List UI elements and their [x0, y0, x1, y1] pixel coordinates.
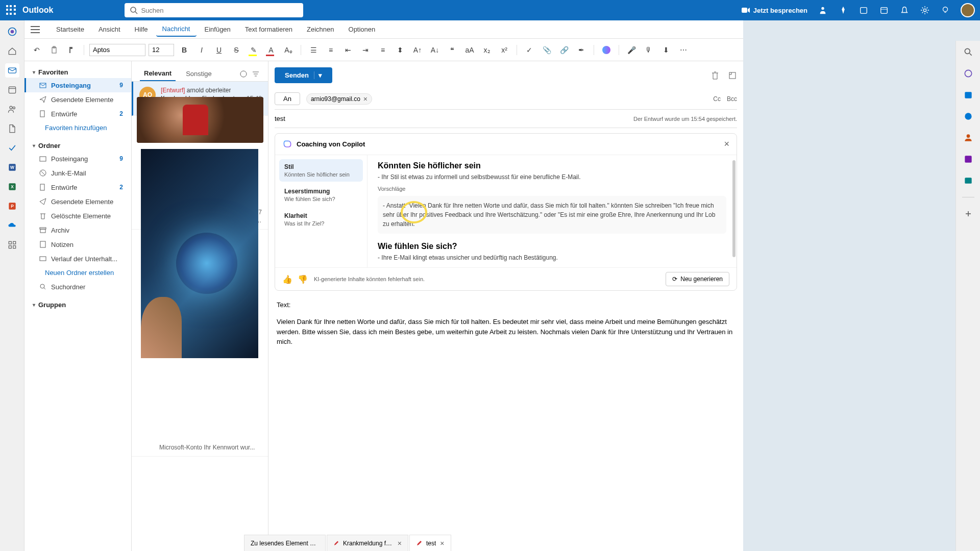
- app-launcher-icon[interactable]: [5, 4, 17, 16]
- add-addin-icon[interactable]: [961, 207, 975, 221]
- dictate-button[interactable]: 🎤: [624, 43, 639, 57]
- reading-tab-draft1[interactable]: Krankmeldung für ... ×: [327, 535, 408, 551]
- folder-archive[interactable]: Archiv: [24, 223, 131, 237]
- copilot-rail-icon-right[interactable]: [961, 66, 975, 81]
- reading-tab-select[interactable]: Zu lesendes Element ausw...: [244, 535, 326, 551]
- tab-message[interactable]: Nachricht: [156, 22, 197, 37]
- premium-icon[interactable]: [838, 5, 848, 15]
- tab-home[interactable]: Startseite: [50, 22, 90, 36]
- contacts-addin-icon[interactable]: [961, 131, 975, 145]
- more-button[interactable]: ⋯: [676, 43, 691, 57]
- new-folder-link[interactable]: Neuen Ordner erstellen: [24, 266, 131, 280]
- send-button[interactable]: Senden ▾: [275, 67, 332, 83]
- tab-focused[interactable]: Relevant: [140, 66, 176, 81]
- powerpoint-rail-icon[interactable]: P: [5, 199, 19, 213]
- superscript-button[interactable]: x²: [497, 43, 511, 57]
- folder-inbox-fav[interactable]: Posteingang9: [24, 78, 131, 92]
- search-input[interactable]: [141, 7, 298, 14]
- todo-rail-icon[interactable]: [5, 141, 19, 155]
- strikethrough-button[interactable]: S: [229, 43, 243, 57]
- excel-rail-icon[interactable]: X: [5, 180, 19, 194]
- tasks-addin-icon[interactable]: [961, 109, 975, 123]
- search-box[interactable]: [125, 3, 303, 17]
- case-button[interactable]: aA: [462, 43, 477, 57]
- bcc-button[interactable]: Bcc: [727, 95, 737, 103]
- folder-deleted[interactable]: Gelöschte Elemente: [24, 209, 131, 223]
- quote-button[interactable]: ❝: [445, 43, 459, 57]
- meet-now-button[interactable]: Jetzt besprechen: [741, 6, 807, 15]
- bold-button[interactable]: B: [177, 43, 191, 57]
- user-avatar[interactable]: [961, 3, 975, 17]
- my-day-icon[interactable]: [879, 5, 889, 15]
- folder-notes[interactable]: Notizen: [24, 237, 131, 252]
- scrollbar[interactable]: [732, 160, 736, 257]
- bookings-addin-icon[interactable]: [961, 173, 975, 188]
- decrease-indent-button[interactable]: ⇤: [341, 43, 355, 57]
- folder-conversation-history[interactable]: Verlauf der Unterhalt...: [24, 252, 131, 266]
- folder-sent[interactable]: Gesendete Elemente: [24, 194, 131, 209]
- copilot-cat-sentiment[interactable]: Leserstimmung Wie fühlen Sie sich?: [279, 184, 363, 206]
- increase-indent-button[interactable]: ⇥: [358, 43, 373, 57]
- tab-format[interactable]: Text formatieren: [239, 22, 299, 36]
- editor-button[interactable]: ✓: [522, 43, 536, 57]
- onenote-addin-icon[interactable]: [961, 152, 975, 166]
- onedrive-rail-icon[interactable]: [5, 218, 19, 233]
- highlight-button[interactable]: ✎: [247, 43, 261, 57]
- email-body[interactable]: Text: Vielen Dank für Ihre netten Worte …: [275, 291, 737, 357]
- subscript-button[interactable]: x₂: [480, 43, 494, 57]
- spacing-button[interactable]: ⬍: [393, 43, 407, 57]
- notifications-icon[interactable]: [899, 5, 910, 15]
- folder-search[interactable]: Suchordner: [24, 280, 131, 294]
- popout-icon[interactable]: [728, 71, 737, 80]
- copilot-cat-style[interactable]: Stil Könnten Sie höflicher sein: [279, 159, 363, 182]
- italic-button[interactable]: I: [194, 43, 209, 57]
- calendar-rail-icon[interactable]: [5, 83, 19, 97]
- filter-icon[interactable]: [252, 70, 260, 78]
- home-rail-icon[interactable]: [5, 44, 19, 58]
- download-button[interactable]: ⬇: [659, 43, 673, 57]
- folder-inbox[interactable]: Posteingang9: [24, 152, 131, 166]
- font-family-select[interactable]: [89, 44, 145, 56]
- clear-format-button[interactable]: Aᵩ: [281, 43, 296, 57]
- more-apps-rail-icon[interactable]: [5, 238, 19, 252]
- tab-help[interactable]: Hilfe: [129, 22, 154, 36]
- reading-tab-draft2[interactable]: test ×: [409, 535, 451, 551]
- people-rail-icon[interactable]: [5, 102, 19, 116]
- tab-view[interactable]: Ansicht: [92, 22, 127, 36]
- remove-recipient-icon[interactable]: ×: [363, 95, 368, 103]
- underline-button[interactable]: U: [212, 43, 226, 57]
- calendar-day-icon[interactable]: [859, 5, 869, 15]
- message-item[interactable]: Microsoft-Konto Ihr Kennwort wur...: [132, 439, 268, 457]
- copilot-toolbar-button[interactable]: [599, 43, 614, 57]
- tab-options[interactable]: Optionen: [342, 22, 382, 36]
- thumbs-down-icon[interactable]: 👎: [298, 274, 308, 284]
- mail-rail-icon[interactable]: [5, 63, 19, 78]
- numbering-button[interactable]: ≡: [324, 43, 338, 57]
- close-tab-icon[interactable]: ×: [440, 539, 444, 547]
- folder-drafts-fav[interactable]: Entwürfe2: [24, 107, 131, 121]
- tips-icon[interactable]: [940, 5, 950, 15]
- delete-icon[interactable]: [710, 71, 720, 80]
- regenerate-button[interactable]: ⟳ Neu generieren: [666, 272, 729, 286]
- teams-icon[interactable]: [818, 5, 828, 15]
- paste-button[interactable]: [47, 43, 61, 57]
- send-dropdown-icon[interactable]: ▾: [314, 71, 322, 79]
- format-painter-button[interactable]: [64, 43, 79, 57]
- copilot-rail-icon[interactable]: [5, 24, 19, 39]
- tab-draw[interactable]: Zeichnen: [301, 22, 340, 36]
- calendar-addin-icon[interactable]: [961, 88, 975, 102]
- body-content[interactable]: Vielen Dank für Ihre netten Worte und da…: [277, 317, 735, 347]
- folder-junk[interactable]: Junk-E-Mail: [24, 166, 131, 180]
- files-rail-icon[interactable]: [5, 121, 19, 136]
- groups-section[interactable]: Gruppen: [24, 299, 131, 311]
- cc-button[interactable]: Cc: [713, 95, 721, 103]
- bullets-button[interactable]: ☰: [306, 43, 321, 57]
- subject-input[interactable]: [275, 115, 633, 122]
- undo-button[interactable]: ↶: [30, 43, 44, 57]
- tab-other[interactable]: Sonstige: [182, 67, 216, 81]
- thumbs-up-icon[interactable]: 👍: [282, 274, 292, 284]
- copilot-cat-clarity[interactable]: Klarheit Was ist Ihr Ziel?: [279, 208, 363, 231]
- align-button[interactable]: ≡: [376, 43, 390, 57]
- close-copilot-icon[interactable]: ×: [724, 139, 729, 149]
- decrease-font-button[interactable]: A↓: [428, 43, 442, 57]
